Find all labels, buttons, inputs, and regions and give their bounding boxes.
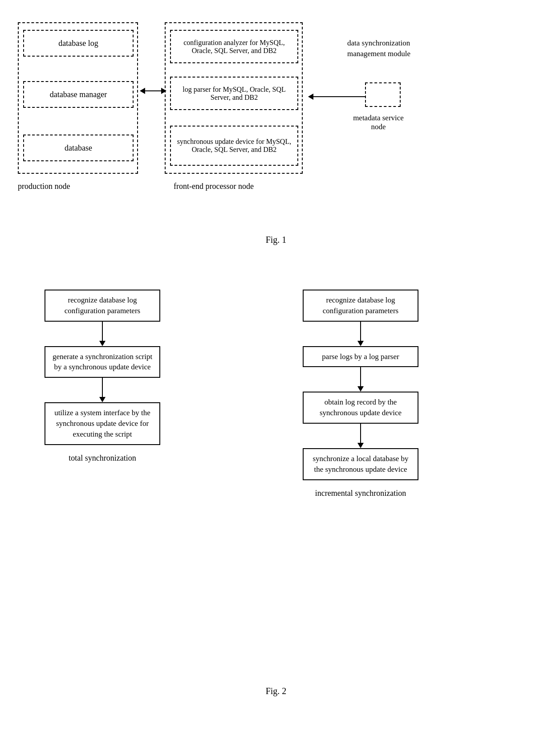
v-line-r1-icon — [360, 322, 361, 341]
right-arrow-3 — [303, 424, 418, 448]
right-step-3-box: obtain log record by the synchronous upd… — [303, 392, 418, 424]
left-arrow-2 — [45, 378, 160, 402]
arrow-line — [145, 90, 161, 91]
production-frontend-arrow — [140, 88, 166, 94]
v-arrowhead-r3-icon — [357, 443, 364, 448]
database-box: database — [23, 135, 134, 161]
left-step-2-box: generate a synchronization script by a s… — [45, 346, 160, 378]
metadata-service-label: metadata service node — [345, 114, 412, 131]
total-sync-column: recognize database log configuration par… — [45, 290, 160, 445]
v-line-r2-icon — [360, 367, 361, 386]
left-step-1-label: recognize database log configuration par… — [65, 296, 140, 315]
production-node-container: database log database manager database — [18, 22, 138, 174]
metadata-service-box — [365, 82, 401, 107]
database-log-box: database log — [23, 30, 134, 57]
log-parser-label: log parser for MySQL, Oracle, SQL Server… — [174, 86, 295, 102]
v-arrowhead-r1-icon — [357, 341, 364, 346]
config-analyzer-label: configuration analyzer for MySQL, Oracle… — [174, 39, 295, 55]
database-log-label: database log — [58, 39, 98, 48]
left-step-2-label: generate a synchronization script by a s… — [53, 352, 152, 372]
right-step-4-box: synchronize a local database by the sync… — [303, 448, 418, 480]
v-line-r3-icon — [360, 424, 361, 443]
incremental-sync-label: incremental synchronization — [303, 489, 418, 498]
database-label: database — [65, 143, 92, 153]
left-step-1-box: recognize database log configuration par… — [45, 290, 160, 322]
sync-update-device-label: synchronous update device for MySQL, Ora… — [174, 138, 295, 154]
left-arrow-1 — [45, 322, 160, 346]
figure-1: database log database manager database p… — [0, 0, 552, 249]
right-step-1-box: recognize database log configuration par… — [303, 290, 418, 322]
fig1-caption: Fig. 1 — [0, 235, 552, 245]
right-arrow-2 — [303, 367, 418, 392]
divider — [0, 249, 552, 263]
left-step-3-label: utilize a system interface by the synchr… — [54, 409, 150, 438]
database-manager-label: database manager — [50, 90, 107, 99]
v-line-2-icon — [102, 378, 103, 397]
arrowhead-left2-icon — [308, 94, 313, 100]
right-step-1-label: recognize database log configuration par… — [323, 296, 398, 315]
production-node-label: production node — [18, 182, 70, 191]
right-arrow-1 — [303, 322, 418, 346]
sync-update-device-box: synchronous update device for MySQL, Ora… — [170, 126, 298, 166]
v-arrowhead-r2-icon — [357, 386, 364, 392]
right-step-3-label: obtain log record by the synchronous upd… — [320, 398, 402, 417]
fig2-content: recognize database log configuration par… — [0, 272, 552, 673]
left-step-3-box: utilize a system interface by the synchr… — [45, 402, 160, 445]
v-arrowhead-2-icon — [99, 397, 106, 402]
v-line-icon — [102, 322, 103, 341]
metadata-frontend-arrow — [308, 94, 366, 100]
database-manager-box: database manager — [23, 81, 134, 108]
arrowhead-left-icon — [140, 88, 145, 94]
config-analyzer-box: configuration analyzer for MySQL, Oracle… — [170, 30, 298, 63]
frontend-node-container: configuration analyzer for MySQL, Oracle… — [165, 22, 303, 174]
right-step-4-label: synchronize a local database by the sync… — [313, 454, 408, 474]
frontend-node-label: front-end processor node — [174, 182, 254, 191]
figure-2: recognize database log configuration par… — [0, 263, 552, 723]
v-arrowhead-icon — [99, 341, 106, 346]
arrow-line-2 — [313, 96, 366, 97]
incremental-sync-column: recognize database log configuration par… — [303, 290, 418, 480]
log-parser-box: log parser for MySQL, Oracle, SQL Server… — [170, 77, 298, 110]
right-step-2-label: parse logs by a log parser — [322, 352, 399, 361]
data-sync-management-label: data synchronization management module — [347, 38, 436, 59]
fig2-caption: Fig. 2 — [0, 686, 552, 696]
total-sync-label: total synchronization — [45, 454, 160, 463]
right-step-2-box: parse logs by a log parser — [303, 346, 418, 368]
